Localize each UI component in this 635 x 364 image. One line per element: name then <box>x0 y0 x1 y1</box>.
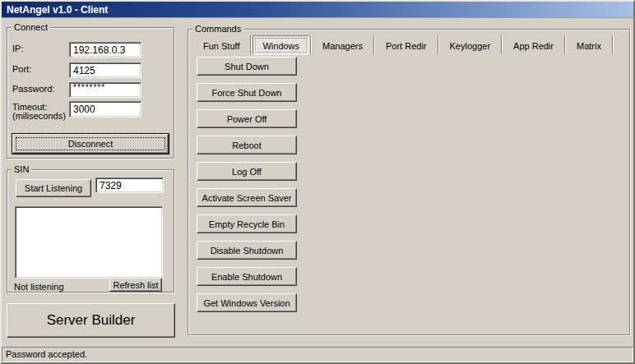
ip-input[interactable] <box>69 42 141 58</box>
tab-port-redir[interactable]: Port Redir <box>376 35 437 55</box>
tab-app-redir[interactable]: App Redir <box>503 35 563 55</box>
log-off-button[interactable]: Log Off <box>197 162 297 181</box>
tab-keylogger-label: Keylogger <box>450 41 491 51</box>
tab-windows[interactable]: Windows <box>253 35 309 55</box>
status-bar-text: Password accepted. <box>6 349 87 359</box>
enable-shutdown-button-label: Enable Shutdown <box>211 272 282 282</box>
tab-separator <box>612 35 614 54</box>
enable-shutdown-button[interactable]: Enable Shutdown <box>197 267 297 286</box>
tab-separator <box>438 35 439 54</box>
tab-managers[interactable]: Managers <box>313 35 373 55</box>
server-builder-button-label: Server Builder <box>47 312 136 329</box>
disable-shutdown-button[interactable]: Disable Shutdown <box>197 241 297 260</box>
tab-keylogger[interactable]: Keylogger <box>440 35 501 55</box>
tab-separator <box>310 35 312 54</box>
disconnect-button-label: Disconnect <box>68 139 113 149</box>
tab-separator <box>373 35 375 54</box>
tab-separator <box>564 35 566 54</box>
activate-screen-saver-button[interactable]: Activate Screen Saver <box>197 188 297 207</box>
tab-windows-label: Windows <box>262 41 299 51</box>
log-off-button-label: Log Off <box>232 167 262 177</box>
get-windows-version-button[interactable]: Get Windows Version <box>197 293 297 312</box>
empty-recycle-bin-button-label: Empty Recycle Bin <box>209 219 285 229</box>
tab-separator <box>250 35 252 54</box>
connect-group: Connect IP: Port: Password: Timeout: (mi… <box>7 27 174 159</box>
reboot-button-label: Reboot <box>232 141 261 150</box>
start-listening-button[interactable]: Start Listening <box>16 179 91 197</box>
password-input[interactable] <box>69 82 141 98</box>
tab-matrix-label: Matrix <box>577 41 601 51</box>
listening-status-label: Not listening <box>14 282 64 292</box>
sin-group-legend: SIN <box>12 164 31 174</box>
password-label: Password: <box>12 84 54 94</box>
tab-fun-stuff-label: Fun Stuff <box>203 41 239 51</box>
connect-group-legend: Connect <box>12 22 50 32</box>
activate-screen-saver-button-label: Activate Screen Saver <box>202 193 292 203</box>
timeout-label-line2: (miliseconds) <box>12 111 66 121</box>
reboot-button[interactable]: Reboot <box>197 136 297 154</box>
refresh-list-button-label: Refresh list <box>113 280 158 290</box>
force-shut-down-button-label: Force Shut Down <box>212 88 282 98</box>
tab-separator <box>501 35 503 54</box>
commands-group-legend: Commands <box>192 24 243 34</box>
disable-shutdown-button-label: Disable Shutdown <box>211 246 284 256</box>
listen-port-input[interactable] <box>95 177 164 193</box>
timeout-input[interactable] <box>69 101 141 117</box>
server-builder-button[interactable]: Server Builder <box>7 303 175 338</box>
victims-listbox[interactable] <box>15 206 163 279</box>
port-input[interactable] <box>69 62 141 78</box>
power-off-button-label: Power Off <box>227 114 267 124</box>
status-bar: Password accepted. <box>2 347 633 362</box>
tab-fun-stuff[interactable]: Fun Stuff <box>193 35 249 55</box>
refresh-list-button[interactable]: Refresh list <box>109 278 162 292</box>
title-bar[interactable]: NetAngel v1.0 - Client <box>2 2 633 18</box>
window-title: NetAngel v1.0 - Client <box>7 4 108 16</box>
shut-down-button[interactable]: Shut Down <box>197 57 297 76</box>
shut-down-button-label: Shut Down <box>225 62 269 71</box>
tab-matrix[interactable]: Matrix <box>567 35 611 55</box>
tab-app-redir-label: App Redir <box>513 41 554 51</box>
tab-managers-label: Managers <box>322 41 363 51</box>
sin-group: SIN Start Listening Not listening Refres… <box>7 169 174 293</box>
netangel-window: NetAngel v1.0 - Client Connect IP: Port:… <box>0 0 635 364</box>
ip-label: IP: <box>12 44 23 53</box>
empty-recycle-bin-button[interactable]: Empty Recycle Bin <box>197 214 297 233</box>
port-label: Port: <box>12 64 31 74</box>
disconnect-button[interactable]: Disconnect <box>12 134 169 154</box>
tab-port-redir-label: Port Redir <box>386 41 427 51</box>
get-windows-version-button-label: Get Windows Version <box>203 298 290 308</box>
force-shut-down-button[interactable]: Force Shut Down <box>197 83 297 102</box>
power-off-button[interactable]: Power Off <box>197 109 297 128</box>
start-listening-button-label: Start Listening <box>25 183 82 193</box>
commands-group: Commands Fun Stuff Windows Managers Port… <box>188 29 630 335</box>
windows-command-column: Shut Down Force Shut Down Power Off Rebo… <box>197 57 297 312</box>
commands-tabbar: Fun Stuff Windows Managers Port Redir Ke… <box>193 35 614 55</box>
